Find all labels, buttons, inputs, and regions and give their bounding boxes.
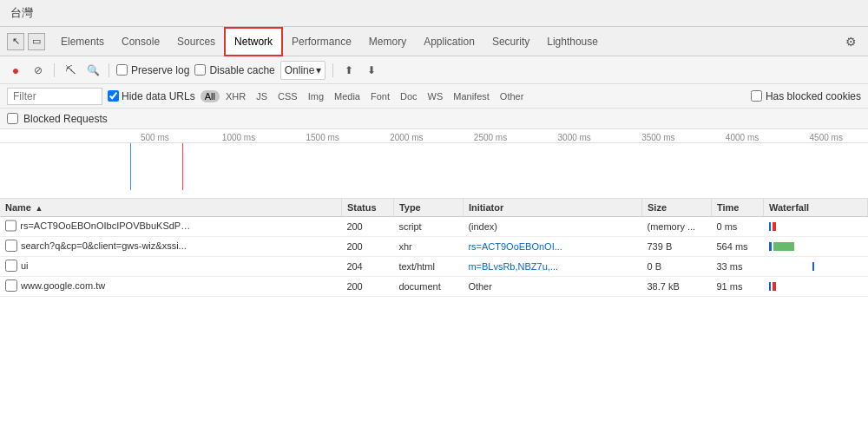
hide-data-urls-label: Hide data URLs (108, 90, 195, 102)
cell-size: (memory ... (642, 217, 712, 237)
cell-name-with-checkbox: ui (0, 257, 200, 274)
cell-type: xhr (393, 237, 463, 257)
cell-waterfall (764, 257, 868, 277)
stop-button[interactable]: ⊘ (30, 62, 47, 79)
import-icon[interactable]: ⬆ (340, 62, 358, 79)
filter-tag-ws[interactable]: WS (424, 90, 448, 102)
timeline-chart (113, 143, 868, 190)
cell-initiator: (index) (463, 217, 641, 237)
col-header-waterfall[interactable]: Waterfall (764, 199, 868, 217)
throttle-select[interactable]: Online ▾ (280, 61, 326, 80)
filter-input[interactable] (7, 88, 102, 105)
filter-tag-doc[interactable]: Doc (396, 90, 422, 102)
filter-tag-other[interactable]: Other (496, 90, 529, 102)
timeline: 500 ms1000 ms1500 ms2000 ms2500 ms3000 m… (0, 129, 868, 199)
cell-waterfall (764, 217, 868, 237)
cell-time: 33 ms (712, 257, 764, 277)
tab-lighthouse[interactable]: Lighthouse (538, 27, 607, 56)
tab-performance[interactable]: Performance (283, 27, 360, 56)
cell-name-with-checkbox: rs=ACT9OoEBOnOIbcIPOVBbuKSdPaco... (0, 217, 200, 234)
filter-tag-xhr[interactable]: XHR (221, 90, 250, 102)
timeline-blue-line (130, 143, 131, 190)
search-icon[interactable]: 🔍 (84, 62, 102, 79)
col-header-status[interactable]: Status (341, 199, 393, 217)
table-row[interactable]: search?q&cp=0&client=gws-wiz&xssi...200x… (0, 237, 868, 257)
tab-network[interactable]: Network (224, 27, 283, 56)
hide-data-urls-text: Hide data URLs (122, 90, 195, 102)
table-row[interactable]: www.google.com.tw200documentOther38.7 kB… (0, 277, 868, 297)
settings-button[interactable]: ⚙ (840, 31, 861, 52)
filter-tag-js[interactable]: JS (252, 90, 272, 102)
tab-bar: ↖ ▭ ElementsConsoleSourcesNetworkPerform… (0, 27, 868, 56)
filter-tag-img[interactable]: Img (304, 90, 328, 102)
filter-tag-font[interactable]: Font (366, 90, 394, 102)
inspect-icon[interactable]: ↖ (7, 33, 24, 50)
timeline-tick: 3000 ms (532, 133, 616, 142)
col-header-size[interactable]: Size (642, 199, 712, 217)
cell-initiator: Other (463, 277, 641, 297)
cell-waterfall (764, 277, 868, 297)
separator-3 (332, 63, 333, 77)
hide-data-urls-checkbox[interactable] (108, 90, 119, 102)
row-checkbox[interactable] (5, 220, 16, 232)
filter-bar: Hide data URLs AllXHRJSCSSImgMediaFontDo… (0, 84, 868, 108)
row-checkbox[interactable] (5, 240, 17, 252)
cell-size: 739 B (642, 237, 712, 257)
disable-cache-label: Disable cache (209, 64, 274, 76)
cell-status: 200 (341, 237, 393, 257)
top-bar: 台灣 (0, 0, 868, 27)
tab-security[interactable]: Security (483, 27, 538, 56)
cell-initiator: rs=ACT9OoEBOnOI... (463, 237, 641, 257)
chevron-down-icon: ▾ (316, 64, 321, 76)
device-icon[interactable]: ▭ (28, 33, 45, 50)
cell-initiator: m=BLvsRb,NBZ7u,... (463, 257, 641, 277)
col-header-type[interactable]: Type (393, 199, 463, 217)
tab-application[interactable]: Application (415, 27, 483, 56)
cell-name-with-checkbox: search?q&cp=0&client=gws-wiz&xssi... (0, 237, 200, 254)
filter-icon[interactable]: ⛏ (62, 62, 79, 79)
has-blocked-cookies: Has blocked cookies (751, 90, 861, 102)
has-blocked-checkbox[interactable] (751, 90, 762, 102)
cell-type: document (393, 277, 463, 297)
cell-time: 91 ms (712, 277, 764, 297)
export-icon[interactable]: ⬇ (363, 62, 380, 79)
timeline-ruler: 500 ms1000 ms1500 ms2000 ms2500 ms3000 m… (0, 129, 868, 143)
table-row[interactable]: ui204text/htmlm=BLvsRb,NBZ7u,...0 B33 ms (0, 257, 868, 277)
col-header-initiator[interactable]: Initiator (463, 199, 641, 217)
row-checkbox[interactable] (5, 260, 17, 272)
timeline-tick: 4000 ms (700, 133, 785, 142)
table-header: Name ▲StatusTypeInitiatorSizeTimeWaterfa… (0, 199, 868, 217)
toolbar: ● ⊘ ⛏ 🔍 Preserve log Disable cache Onlin… (0, 56, 868, 84)
table-body: rs=ACT9OoEBOnOIbcIPOVBbuKSdPaco...200scr… (0, 217, 868, 297)
timeline-tick: 3500 ms (616, 133, 700, 142)
cell-status: 204 (341, 257, 393, 277)
tab-sources[interactable]: Sources (168, 27, 224, 56)
row-checkbox[interactable] (5, 279, 17, 292)
disable-cache-checkbox[interactable] (194, 64, 206, 76)
disable-cache-checkbox-label: Disable cache (194, 64, 274, 76)
cell-name-with-checkbox: www.google.com.tw (0, 277, 200, 294)
preserve-log-label: Preserve log (131, 64, 189, 76)
table-row[interactable]: rs=ACT9OoEBOnOIbcIPOVBbuKSdPaco...200scr… (0, 217, 868, 237)
filter-tag-all[interactable]: All (201, 90, 220, 102)
tab-memory[interactable]: Memory (360, 27, 415, 56)
cell-time: 564 ms (712, 237, 764, 257)
blocked-requests-checkbox[interactable] (7, 113, 18, 124)
filter-tag-media[interactable]: Media (330, 90, 365, 102)
blocked-label: Blocked Requests (23, 113, 108, 125)
preserve-log-checkbox[interactable] (116, 64, 128, 76)
has-blocked-label: Has blocked cookies (766, 90, 861, 102)
filter-tag-manifest[interactable]: Manifest (449, 90, 494, 102)
tab-console[interactable]: Console (113, 27, 168, 56)
sort-arrow-icon: ▲ (33, 204, 43, 213)
network-table-container: Name ▲StatusTypeInitiatorSizeTimeWaterfa… (0, 199, 868, 434)
cell-status: 200 (341, 217, 393, 237)
col-header-time[interactable]: Time (712, 199, 764, 217)
separator-2 (108, 63, 109, 77)
record-button[interactable]: ● (7, 62, 24, 79)
filter-tag-css[interactable]: CSS (273, 90, 302, 102)
col-header-name[interactable]: Name ▲ (0, 199, 341, 217)
cell-waterfall (764, 237, 868, 257)
tab-elements[interactable]: Elements (52, 27, 113, 56)
timeline-tick: 1500 ms (280, 133, 365, 142)
